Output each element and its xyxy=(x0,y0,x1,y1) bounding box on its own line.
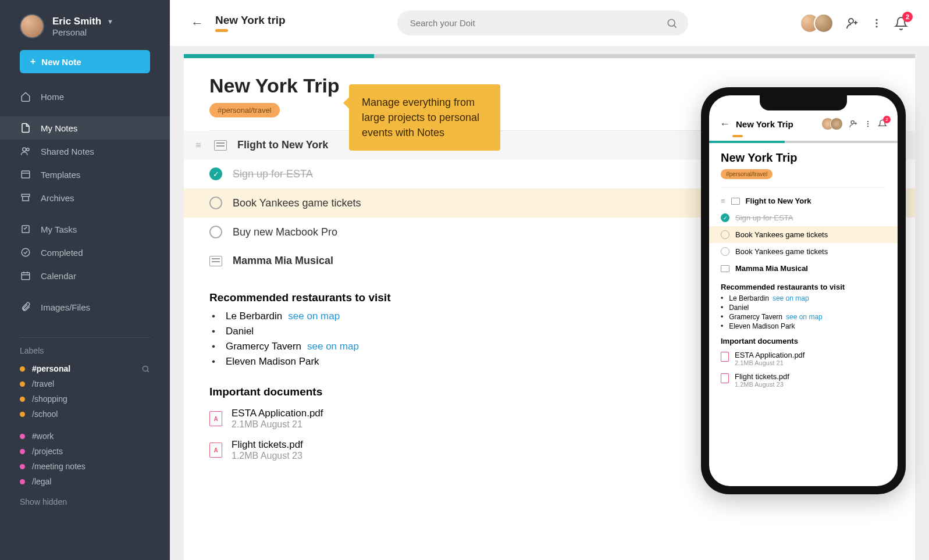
show-hidden-toggle[interactable]: Show hidden xyxy=(0,489,170,515)
svg-point-20 xyxy=(875,26,877,27)
label-text: /shopping xyxy=(32,394,67,404)
svg-point-19 xyxy=(875,22,877,24)
svg-point-21 xyxy=(851,121,854,124)
user-switcher[interactable]: Eric Smith ▼ Personal xyxy=(0,14,170,50)
add-user-button[interactable] xyxy=(845,16,859,30)
phone-task: ✓Sign up for ESTA xyxy=(721,209,886,226)
checkbox-open-icon[interactable] xyxy=(209,197,222,209)
svg-point-15 xyxy=(849,19,853,23)
pdf-icon xyxy=(209,443,222,458)
label-meeting-notes[interactable]: /meeting notes xyxy=(20,459,150,474)
task-section-title: Flight to New York xyxy=(237,139,328,151)
note-icon xyxy=(214,140,227,151)
task-text: Buy new Macbook Pro xyxy=(233,226,337,238)
chevron-down-icon: ▼ xyxy=(107,18,113,25)
tasks-icon xyxy=(20,223,31,235)
drag-handle-icon[interactable]: ≡ xyxy=(195,140,204,151)
notification-badge: 2 xyxy=(902,12,913,22)
label-legal[interactable]: /legal xyxy=(20,474,150,489)
sidebar-item-label: Archives xyxy=(41,193,74,203)
label-personal[interactable]: #personal xyxy=(20,361,70,376)
note-icon xyxy=(209,256,222,266)
svg-line-12 xyxy=(147,370,149,372)
label-text: /legal xyxy=(32,477,51,486)
checkbox-done-icon[interactable]: ✓ xyxy=(209,167,222,180)
label-text: /meeting notes xyxy=(32,462,86,471)
svg-point-24 xyxy=(867,121,869,122)
label-school[interactable]: /school xyxy=(20,406,150,422)
more-menu-button[interactable] xyxy=(871,17,882,29)
label-dot-icon xyxy=(20,434,25,439)
sidebar-item-images-files[interactable]: Images/Files xyxy=(0,295,170,319)
archive-icon xyxy=(20,192,31,204)
label-work[interactable]: #work xyxy=(20,429,150,444)
search-icon[interactable] xyxy=(141,365,150,373)
note-icon xyxy=(20,122,31,134)
label-text: /projects xyxy=(32,447,63,456)
attachment-icon xyxy=(20,301,31,313)
sidebar-item-label: Shared Notes xyxy=(41,147,94,156)
sidebar-item-home[interactable]: Home xyxy=(0,85,170,108)
collaborator-avatars[interactable] xyxy=(800,13,834,33)
divider xyxy=(20,337,150,338)
breadcrumb-underline xyxy=(215,29,228,32)
note-tag[interactable]: #personal/travel xyxy=(209,103,280,117)
svg-point-11 xyxy=(143,366,148,371)
phone-task: Book Yankees game tickets xyxy=(709,226,898,243)
new-note-button[interactable]: + New Note xyxy=(20,50,150,73)
sidebar-item-templates[interactable]: Templates xyxy=(0,163,170,186)
workspace-name: Personal xyxy=(52,27,113,37)
sidebar-item-label: Calendar xyxy=(41,271,76,281)
svg-rect-7 xyxy=(22,273,30,280)
map-link[interactable]: see on map xyxy=(307,341,359,352)
phone-task-header: ≡Flight to New York xyxy=(721,192,886,209)
sidebar-item-label: Completed xyxy=(41,248,83,258)
svg-point-13 xyxy=(668,19,675,26)
progress-bar xyxy=(184,54,915,58)
label-travel[interactable]: /travel xyxy=(20,376,150,391)
sidebar-item-shared-notes[interactable]: Shared Notes xyxy=(0,140,170,163)
label-dot-icon xyxy=(20,449,25,454)
phone-restaurants-list: Le Berbardinsee on map Daniel Gramercy T… xyxy=(721,294,886,331)
sidebar-item-my-tasks[interactable]: My Tasks xyxy=(0,217,170,241)
phone-note-title: New York Trip xyxy=(721,151,886,165)
search-icon[interactable] xyxy=(666,17,678,29)
back-button[interactable]: ← xyxy=(191,16,204,31)
phone-add-user-icon xyxy=(849,119,858,129)
label-text: #work xyxy=(32,431,54,441)
phone-avatars xyxy=(821,117,843,130)
label-projects[interactable]: /projects xyxy=(20,444,150,459)
svg-rect-4 xyxy=(22,194,30,197)
label-dot-icon xyxy=(20,412,25,417)
phone-back-icon: ← xyxy=(720,118,730,130)
breadcrumb[interactable]: New York trip xyxy=(215,14,286,27)
phone-mockup: ← New York Trip 2 New York Trip #persona… xyxy=(701,87,906,494)
notifications-button[interactable]: 2 xyxy=(894,16,908,30)
label-text: /travel xyxy=(32,379,54,388)
svg-point-0 xyxy=(23,148,26,151)
svg-point-6 xyxy=(22,248,30,256)
user-name: Eric Smith xyxy=(52,16,101,27)
map-link[interactable]: see on map xyxy=(288,311,340,322)
sidebar-item-archives[interactable]: Archives xyxy=(0,186,170,209)
label-dot-icon xyxy=(20,366,25,372)
sidebar-item-calendar[interactable]: Calendar xyxy=(0,264,170,287)
plus-icon: + xyxy=(30,56,35,67)
task-text: Book Yankees game tickets xyxy=(233,197,361,209)
svg-point-25 xyxy=(867,123,869,124)
sidebar-item-my-notes[interactable]: My Notes xyxy=(0,116,170,140)
phone-more-icon xyxy=(864,120,872,128)
label-shopping[interactable]: /shopping xyxy=(20,391,150,406)
check-icon xyxy=(20,247,31,258)
topbar: ← New York trip 2 xyxy=(170,0,929,46)
sidebar-item-completed[interactable]: Completed xyxy=(0,241,170,264)
document-meta: 1.2MB August 23 xyxy=(232,451,303,461)
labels-header: Labels xyxy=(20,346,150,355)
checkbox-open-icon[interactable] xyxy=(209,226,222,238)
svg-rect-2 xyxy=(22,171,30,178)
feature-tooltip: Manage everything from large projects to… xyxy=(349,84,500,151)
pdf-icon xyxy=(209,411,222,426)
home-icon xyxy=(20,91,31,102)
phone-task: Book Yankees game tickets xyxy=(721,243,886,260)
search-input[interactable] xyxy=(397,10,688,35)
